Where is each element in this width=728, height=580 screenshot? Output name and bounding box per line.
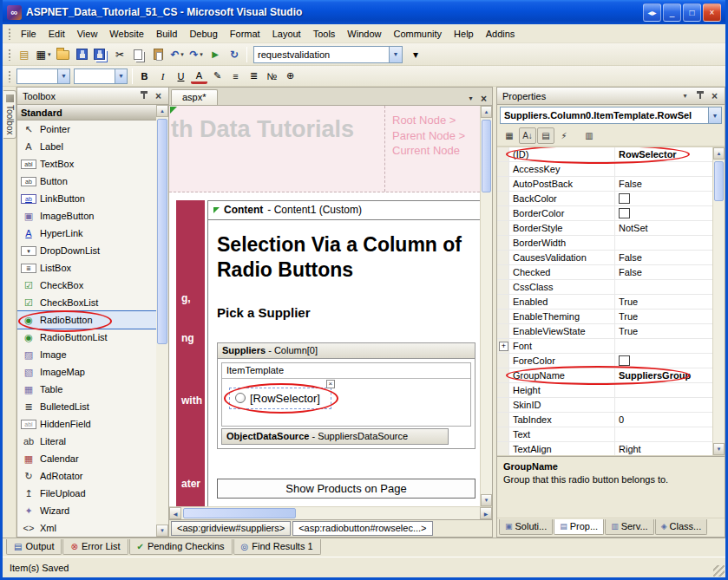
properties-view-icon[interactable]: ▤ [537, 127, 554, 144]
scroll-up-icon[interactable] [713, 147, 725, 160]
toolbox-item[interactable]: ≣ BulletedList [17, 398, 156, 415]
scroll-down-icon[interactable] [156, 525, 168, 537]
undo-icon[interactable]: ↶ [168, 46, 186, 63]
toolbox-item[interactable]: ▧ ImageMap [17, 363, 156, 381]
menu-item[interactable]: Debug [183, 26, 223, 42]
scrollbar-thumb[interactable] [714, 161, 724, 201]
property-row[interactable]: BorderWidth [497, 236, 712, 251]
scrollbar-thumb[interactable] [157, 119, 167, 344]
chevron-down-icon[interactable] [679, 89, 692, 102]
scroll-up-icon[interactable] [481, 106, 492, 118]
add-item-dropdown-icon[interactable]: ▦ [35, 46, 52, 63]
scroll-left-icon[interactable] [169, 507, 181, 519]
property-row[interactable]: TabIndex 0 [497, 413, 712, 427]
numbered-list-icon[interactable]: № [264, 68, 280, 84]
menu-item[interactable]: Addins [480, 26, 521, 42]
property-value[interactable]: False [615, 252, 712, 263]
panel-tab[interactable]: ▣ Soluti... [499, 519, 553, 535]
toolbar-options-icon[interactable]: ▾ [407, 46, 424, 63]
toolbox-group-standard[interactable]: Standard [17, 105, 156, 121]
alphabetical-icon[interactable]: A↓ [519, 127, 536, 144]
property-value[interactable]: True [615, 311, 712, 322]
property-row[interactable]: CssClass [497, 280, 712, 295]
scroll-right-icon[interactable] [480, 507, 492, 519]
bottom-tab[interactable]: ▤ Output [6, 539, 62, 555]
nav-link-fragment[interactable]: ater [181, 478, 200, 490]
property-value[interactable] [615, 193, 712, 204]
pin-icon[interactable] [693, 89, 706, 102]
property-row[interactable]: BackColor [497, 192, 712, 206]
property-pages-icon[interactable]: ▥ [580, 127, 598, 144]
search-combobox[interactable]: requestvalidation ▼ [253, 46, 403, 63]
row-selector-control[interactable]: [RowSelector] × [229, 388, 331, 409]
gridview-designer[interactable]: Suppliers - Column[0] ItemTemplate [217, 342, 475, 449]
toolbox-item[interactable]: ▦ Table [17, 381, 156, 398]
content-placeholder[interactable]: Content - Content1 (Custom) Selection Vi… [207, 200, 480, 506]
designer-horizontal-scrollbar[interactable] [169, 506, 492, 519]
show-products-button[interactable]: Show Products on Page [217, 479, 475, 499]
property-row[interactable]: GroupName SuppliersGroup [497, 368, 712, 383]
property-row[interactable]: EnableTheming True [497, 310, 712, 324]
scrollbar-thumb[interactable] [482, 120, 491, 192]
property-row[interactable]: Checked False [497, 265, 712, 280]
properties-scrollbar[interactable] [712, 147, 725, 455]
pin-icon[interactable] [137, 89, 150, 102]
objectdatasource-control[interactable]: ObjectDataSource - SuppliersDataSource [221, 428, 449, 445]
property-row[interactable]: AutoPostBack False [497, 177, 712, 192]
item-template-region[interactable]: ItemTemplate [RowSelector] × [221, 362, 471, 427]
toolbox-item[interactable]: abl HiddenField [17, 415, 156, 433]
toolbox-item[interactable]: ↥ FileUpload [17, 485, 156, 502]
toolbox-item[interactable]: ◉ RadioButtonList [17, 329, 156, 346]
foreground-color-icon[interactable]: A [191, 70, 207, 84]
tag-selector-item[interactable]: <asp:gridview#suppliers> [171, 521, 291, 536]
menu-item[interactable]: Help [448, 26, 480, 42]
save-icon[interactable] [73, 46, 90, 63]
menu-item[interactable]: Website [103, 26, 150, 42]
toolbox-item[interactable]: ab LinkButton [17, 190, 156, 207]
bulleted-list-icon[interactable]: ≣ [246, 68, 262, 84]
categorized-icon[interactable]: ▦ [501, 127, 518, 144]
paste-icon[interactable] [149, 46, 167, 63]
panel-tab[interactable]: ▥ Serv... [605, 519, 654, 535]
close-icon[interactable]: × [703, 3, 721, 22]
events-icon[interactable]: ⚡ [555, 127, 573, 144]
property-value[interactable]: True [615, 326, 712, 336]
open-file-icon[interactable] [54, 46, 71, 63]
toolbox-item[interactable]: A HyperLink [17, 225, 156, 242]
panel-tab[interactable]: ◈ Class... [655, 519, 708, 535]
menu-item[interactable]: File [15, 26, 43, 42]
toolbox-item[interactable]: <> Xml [17, 519, 156, 537]
scrollbar-thumb[interactable] [183, 508, 296, 518]
property-row[interactable]: CausesValidation False [497, 251, 712, 265]
nav-link-fragment[interactable]: g, [181, 292, 191, 304]
property-row[interactable]: (ID) RowSelector [497, 147, 712, 162]
italic-icon[interactable]: I [154, 68, 171, 84]
property-value[interactable]: RowSelector [615, 149, 712, 160]
redo-icon[interactable]: ↷ [187, 46, 205, 63]
tag-selector-item[interactable]: <asp:radiobutton#rowselec...> [292, 521, 432, 536]
maximize-icon[interactable]: □ [683, 3, 701, 22]
highlight-icon[interactable]: ✎ [209, 68, 226, 84]
property-value[interactable]: False [615, 179, 712, 189]
property-value[interactable]: Right [615, 444, 712, 454]
property-value[interactable]: SuppliersGroup [615, 370, 712, 381]
property-row[interactable]: Enabled True [497, 295, 712, 310]
scroll-down-icon[interactable] [481, 494, 492, 506]
property-value[interactable]: NotSet [615, 223, 712, 233]
nav-link-fragment[interactable]: ng [181, 332, 194, 344]
property-value[interactable]: 0 [615, 414, 712, 425]
menu-item[interactable]: Tools [307, 26, 342, 42]
menu-item[interactable]: Edit [43, 26, 71, 42]
property-row[interactable]: AccessKey [497, 162, 712, 177]
property-value[interactable]: True [615, 297, 712, 307]
refresh-icon[interactable]: ↻ [226, 46, 243, 63]
scroll-up-icon[interactable] [156, 105, 168, 117]
menu-item[interactable]: View [71, 26, 104, 42]
toolbox-item[interactable]: ab Button [17, 173, 156, 190]
block-format-combobox[interactable]: ▼ [16, 68, 70, 84]
design-surface[interactable]: th Data Tutorials Root Node > Parent Nod… [169, 106, 480, 506]
copy-icon[interactable] [130, 46, 148, 63]
toolbox-item[interactable]: ≣ ListBox [17, 259, 156, 277]
property-row[interactable]: BorderStyle NotSet [497, 221, 712, 236]
toolbox-item[interactable]: ▨ Image [17, 346, 156, 363]
